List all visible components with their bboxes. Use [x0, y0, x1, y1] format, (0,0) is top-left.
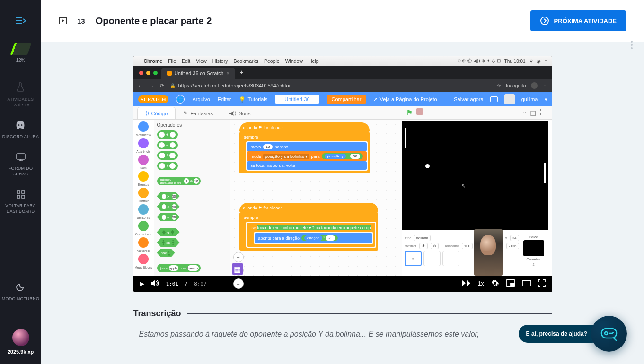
operator-or: ou [157, 238, 180, 247]
chrome-tab-strip: Untitled-36 on Scratch × + [133, 66, 552, 79]
instructor-webcam [474, 229, 503, 276]
sprite-thumb-bolinha: ● [405, 251, 422, 266]
svg-rect-16 [511, 283, 514, 286]
chevron-down-icon: ▾ [545, 96, 547, 103]
operator-and: e [157, 228, 180, 236]
help-chat-icon[interactable] [591, 316, 627, 352]
divider [187, 313, 552, 314]
user-xp: 2025.9k xp [8, 349, 34, 355]
new-tab-button: + [235, 66, 248, 79]
stop-icon [416, 108, 423, 115]
operator-add: + [157, 130, 178, 139]
extension-button: ▦ [232, 263, 243, 275]
menu-bookmarks: Bookmarks [233, 58, 258, 64]
transcript-section: Transcrição Estamos passando à raquete d… [133, 309, 552, 340]
theater-button[interactable] [522, 280, 531, 288]
favicon [167, 71, 172, 76]
operator-mul: * [157, 151, 178, 160]
cursor-icon: ↖ [461, 183, 466, 189]
category-operators [138, 221, 149, 231]
sprite-y-field: -136 [506, 243, 519, 249]
status-icons: ⊙ ⊚ ⓖ ◀)) ⊕ ✦ ◇ ⊟ [457, 58, 501, 64]
fullscreen-button[interactable] [538, 279, 546, 288]
discord-icon [15, 121, 26, 131]
folder-icon [490, 96, 498, 102]
volume-button[interactable] [151, 279, 159, 288]
svg-marker-10 [62, 19, 64, 23]
category-variables [138, 237, 149, 248]
tab-close-icon: × [226, 70, 229, 76]
play-button[interactable]: ▶ [140, 280, 144, 287]
options-menu-button[interactable] [628, 38, 635, 52]
menu-arquivo: Arquivo [192, 96, 210, 102]
settings-button[interactable] [491, 279, 499, 289]
block-when-flag-clicked-1: quando ⚑ for clicado [239, 122, 370, 132]
pip-button[interactable] [506, 279, 515, 288]
star-icon: ☆ [496, 83, 501, 89]
sidebar: 12% ATIVIDADES 13 de 18 DISCORD ALURA FÓ… [0, 0, 41, 364]
next-activity-button[interactable]: PRÓXIMA ATIVIDADE [530, 10, 626, 31]
progress-widget[interactable]: 12% [12, 43, 29, 63]
help-widget[interactable]: E aí, precisa de ajuda? [508, 316, 627, 352]
see-project-link: ↗Veja a Página do Projeto [373, 96, 437, 103]
sidebar-item-atividades[interactable]: ATIVIDADES 13 de 18 [8, 82, 34, 108]
menu-people: People [264, 58, 280, 64]
lesson-title: Oponente e placar parte 2 [96, 16, 212, 26]
sidebar-item-night-mode[interactable]: MODO NOTURNO [2, 282, 40, 302]
operator-random: número aleatório entre1e10 [157, 177, 201, 185]
operator-sub: − [157, 141, 178, 149]
forward-icon: → [149, 83, 154, 89]
forum-icon [16, 153, 26, 163]
bulb-icon: 💡 [239, 96, 246, 103]
large-stage-icon: ◻ [530, 108, 536, 117]
scratch-avatar [504, 94, 515, 104]
atividades-label: ATIVIDADES [8, 96, 34, 102]
browser-tab: Untitled-36 on Scratch × [161, 68, 235, 79]
sidebar-item-dashboard[interactable]: VOLTAR PARA DASHBOARD [0, 190, 41, 214]
menu-help: Help [309, 58, 319, 64]
moon-icon [16, 282, 25, 293]
menu-edit: Edit [182, 58, 190, 64]
svg-rect-17 [522, 280, 531, 286]
globe-icon: 🌐 [176, 95, 185, 104]
progress-percent: 12% [16, 58, 25, 63]
menu-expand-icon[interactable] [16, 17, 26, 27]
menu-editar: Editar [218, 96, 231, 102]
menu-list-icon: ≡ [545, 59, 547, 64]
sidebar-item-discord[interactable]: DISCORD ALURA [2, 121, 39, 139]
macos-menubar: Chrome File Edit View History Bookmarks … [133, 56, 552, 66]
svg-rect-6 [17, 191, 20, 193]
svg-marker-14 [467, 280, 470, 286]
zoom-in-button: + [233, 252, 244, 262]
project-name: Untitled-36 [275, 95, 319, 104]
operator-div: / [157, 162, 178, 170]
next-activity-label: PRÓXIMA ATIVIDADE [554, 17, 617, 25]
search-spotlight-icon: ⚲ [529, 59, 533, 64]
block-if: se tocando em minha raquete ▾ ? ou tocan… [247, 223, 376, 247]
main-content: 13 Oponente e placar parte 2 PRÓXIMA ATI… [41, 0, 644, 364]
svg-rect-8 [17, 195, 20, 198]
operator-gt: >50 [157, 192, 180, 200]
playback-speed[interactable]: 1x [478, 280, 484, 287]
user-avatar[interactable] [12, 329, 29, 346]
incognito-icon [531, 82, 538, 89]
menu-window: Window [285, 58, 303, 64]
small-stage-icon: ▫ [523, 108, 526, 117]
tab-codigo: ⟨⟩Código [137, 107, 176, 119]
forward-button[interactable] [462, 280, 471, 288]
save-now-label: Salvar agora [454, 96, 483, 102]
svg-point-11 [541, 17, 548, 25]
category-events [138, 171, 149, 182]
sidebar-item-forum[interactable]: FÓRUM DO CURSO [0, 153, 41, 177]
operator-lt: <50 [157, 202, 180, 211]
sprite-size-field: 100 [462, 243, 473, 249]
category-looks [138, 138, 149, 148]
chrome-menu-icon: ⋮ [542, 83, 547, 89]
video-time: 1:01 / 8:07 [166, 281, 207, 287]
night-mode-label: MODO NOTURNO [2, 296, 40, 302]
sprite-thumb-2 [423, 251, 441, 266]
category-motion [138, 121, 149, 132]
block-palette: Operadores + − * / número aleatório entr… [154, 120, 230, 276]
block-forever-2: sempre se tocando em minha raquete ▾ ? o… [239, 212, 379, 251]
fullscreen-stage-icon: ⛶ [540, 108, 547, 117]
